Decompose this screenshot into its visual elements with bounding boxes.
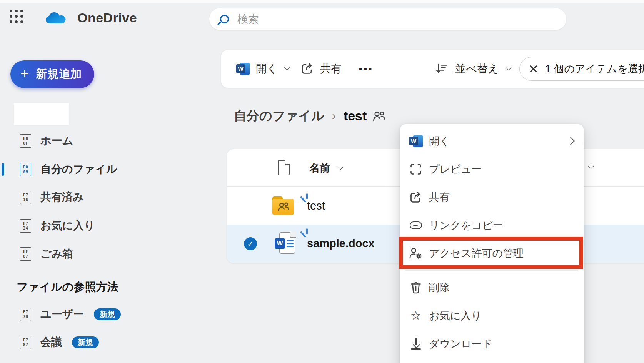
share-button[interactable]: 共有: [299, 50, 344, 88]
menu-item-delete[interactable]: 削除: [400, 273, 584, 301]
menu-item-copy-link[interactable]: リンクをコピー: [400, 211, 584, 239]
new-badge: 新規: [72, 336, 99, 348]
star-icon: ☆: [409, 310, 423, 321]
submenu-chevron-right-icon: [567, 137, 575, 145]
share-icon: [301, 62, 314, 76]
chevron-down-icon: [284, 65, 290, 71]
people-icon: E77B: [20, 308, 31, 321]
sort-button[interactable]: 並べ替え: [433, 50, 514, 88]
person-gear-icon: [409, 247, 423, 260]
menu-divider: [405, 270, 578, 271]
breadcrumb-parent[interactable]: 自分のファイル: [234, 107, 324, 125]
sidebar-item-meetings[interactable]: E787 会議 新規: [20, 334, 99, 351]
selected-nav-indicator: [2, 163, 4, 176]
menu-item-preview[interactable]: プレビュー: [400, 155, 584, 183]
menu-item-share[interactable]: 共有: [400, 183, 584, 211]
share-icon: [409, 191, 423, 204]
add-new-button[interactable]: + 新規追加: [10, 60, 94, 88]
shared-folder-icon: [272, 196, 294, 215]
selected-check-icon[interactable]: ✓: [244, 237, 257, 250]
app-title: OneDrive: [77, 10, 137, 25]
sidebar-item-home[interactable]: E80F ホーム: [20, 132, 73, 149]
selection-count-pill[interactable]: 1 個のアイテムを選択: [519, 57, 644, 81]
sidebar-item-my-files[interactable]: F0A9 自分のファイル: [20, 161, 117, 178]
selection-count-label: 1 個のアイテムを選択: [545, 62, 644, 76]
more-icon: •••: [359, 63, 373, 74]
shared-icon: E716: [20, 191, 31, 204]
file-name: test: [307, 200, 325, 212]
word-app-icon: W: [409, 135, 423, 147]
sidebar-section-header: ファイルの参照方法: [17, 280, 118, 295]
breadcrumb: 自分のファイル › test: [234, 107, 385, 125]
sidebar-item-recycle-bin[interactable]: EF87 ごみ箱: [20, 245, 73, 262]
menu-item-manage-access[interactable]: アクセス許可の管理: [400, 239, 584, 267]
search-icon: [220, 15, 229, 23]
preview-icon: [409, 163, 423, 175]
menu-item-open[interactable]: W 開く: [400, 127, 584, 155]
new-badge: 新規: [94, 308, 121, 320]
favorites-icon: E734: [20, 219, 31, 233]
command-bar: W 開く 共有 ••• 並べ替え 1 個のアイテムを選択: [221, 50, 644, 88]
more-actions-button[interactable]: •••: [357, 50, 375, 88]
menu-item-download[interactable]: ダウンロード: [400, 330, 584, 358]
menu-item-favorite[interactable]: ☆ お気に入り: [400, 301, 584, 330]
redacted-account-name: [14, 103, 69, 125]
word-document-icon: W: [275, 232, 297, 255]
open-button[interactable]: W 開く: [234, 50, 292, 88]
close-icon[interactable]: [529, 65, 537, 73]
trash-icon: [409, 281, 423, 294]
recycle-bin-icon: EF87: [20, 247, 31, 261]
sidebar-item-people[interactable]: E77B ユーザー 新規: [20, 306, 121, 323]
link-icon: [409, 221, 423, 229]
file-name: sample.docx: [307, 237, 375, 250]
column-options-chevron-icon[interactable]: [588, 163, 594, 169]
breadcrumb-current: test: [344, 108, 367, 123]
app-launcher-waffle-icon[interactable]: [8, 8, 24, 24]
top-strip: [0, 0, 644, 3]
onedrive-cloud-icon: [45, 11, 68, 27]
meetings-icon: E787: [20, 336, 31, 349]
plus-icon: +: [20, 66, 29, 81]
my-files-icon: F0A9: [20, 163, 31, 176]
name-column-header[interactable]: 名前: [307, 149, 346, 186]
sort-icon: [435, 62, 448, 76]
home-icon: E80F: [20, 134, 31, 148]
document-column-icon: [278, 160, 290, 175]
breadcrumb-separator: ›: [332, 109, 336, 122]
search-input[interactable]: [237, 13, 531, 26]
download-icon: [409, 338, 423, 350]
sidebar-item-shared[interactable]: E716 共有済み: [20, 189, 84, 206]
chevron-down-icon: [506, 65, 512, 71]
sidebar-item-favorites[interactable]: E734 お気に入り: [20, 217, 95, 234]
search-bar[interactable]: [209, 8, 566, 30]
word-app-icon: W: [236, 63, 250, 75]
shared-people-icon: [373, 110, 385, 123]
chevron-down-icon: [338, 164, 344, 170]
context-menu: W 開く プレビュー 共有: [400, 124, 584, 363]
